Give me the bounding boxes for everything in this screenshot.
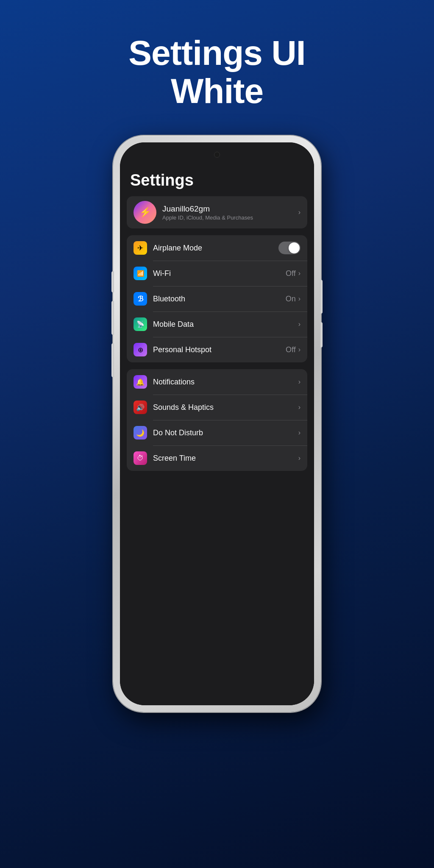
volume-up-button [111,301,114,335]
sounds-chevron: › [298,403,300,411]
mobile-data-label: Mobile Data [153,320,298,329]
toggle-thumb [289,242,300,253]
phone-shell: Settings ⚡ Juanillo62gm Apple ID, iCloud… [113,136,321,712]
profile-name: Juanillo62gm [162,204,298,214]
profile-row[interactable]: ⚡ Juanillo62gm Apple ID, iCloud, Media &… [127,196,307,228]
notifications-group: 🔔 Notifications › 🔊 Sounds & Haptics › 🌙… [127,369,307,471]
wifi-value: Off [286,269,296,278]
airplane-mode-icon: ✈ [134,241,147,255]
screen-time-label: Screen Time [153,454,298,463]
hotspot-label: Personal Hotspot [153,345,286,354]
airplane-mode-row[interactable]: ✈ Airplane Mode [127,235,307,261]
sounds-icon: 🔊 [134,401,147,414]
notifications-icon: 🔔 [134,375,147,389]
profile-group: ⚡ Juanillo62gm Apple ID, iCloud, Media &… [127,196,307,228]
mobile-data-row[interactable]: 📡 Mobile Data › [127,312,307,337]
page-title: Settings [120,168,314,196]
screen-time-row[interactable]: ⏱ Screen Time › [127,445,307,471]
sounds-row[interactable]: 🔊 Sounds & Haptics › [127,395,307,420]
wifi-icon: 📶 [134,267,147,280]
notifications-chevron: › [298,378,300,386]
front-camera [214,152,220,158]
profile-subtitle: Apple ID, iCloud, Media & Purchases [162,214,298,221]
power-button [320,280,323,314]
bluetooth-row[interactable]: ℬ Bluetooth On › [127,286,307,312]
airplane-mode-toggle[interactable] [278,242,300,254]
wifi-row[interactable]: 📶 Wi-Fi Off › [127,261,307,286]
notifications-row[interactable]: 🔔 Notifications › [127,369,307,395]
screen-time-icon: ⏱ [134,451,147,465]
bluetooth-value: On [286,295,296,303]
profile-avatar: ⚡ [134,201,156,224]
connectivity-group: ✈ Airplane Mode 📶 Wi-Fi Off › [127,235,307,362]
power-button-lower [320,322,323,348]
mobile-data-chevron: › [298,320,300,328]
hotspot-icon: ⊕ [134,343,147,356]
sounds-label: Sounds & Haptics [153,403,298,412]
bluetooth-icon: ℬ [134,292,147,306]
mobile-data-icon: 📡 [134,317,147,331]
mute-switch [111,271,114,292]
volume-down-button [111,343,114,377]
dnd-row[interactable]: 🌙 Do Not Disturb › [127,420,307,445]
phone-screen: Settings ⚡ Juanillo62gm Apple ID, iCloud… [120,142,314,705]
dnd-icon: 🌙 [134,426,147,440]
hotspot-chevron: › [298,346,300,353]
wifi-label: Wi-Fi [153,269,286,278]
screen-time-chevron: › [298,454,300,462]
hero-title: Settings UI White [128,34,305,110]
screen-content: Settings ⚡ Juanillo62gm Apple ID, iCloud… [120,142,314,705]
bluetooth-label: Bluetooth [153,295,286,303]
hotspot-value: Off [286,345,296,354]
hotspot-row[interactable]: ⊕ Personal Hotspot Off › [127,337,307,362]
notifications-label: Notifications [153,378,298,387]
profile-chevron: › [298,209,300,216]
dnd-chevron: › [298,429,300,437]
airplane-mode-label: Airplane Mode [153,244,278,253]
bluetooth-chevron: › [298,295,300,303]
phone-device: Settings ⚡ Juanillo62gm Apple ID, iCloud… [113,136,321,712]
profile-text: Juanillo62gm Apple ID, iCloud, Media & P… [162,204,298,221]
dnd-label: Do Not Disturb [153,428,298,437]
wifi-chevron: › [298,270,300,277]
